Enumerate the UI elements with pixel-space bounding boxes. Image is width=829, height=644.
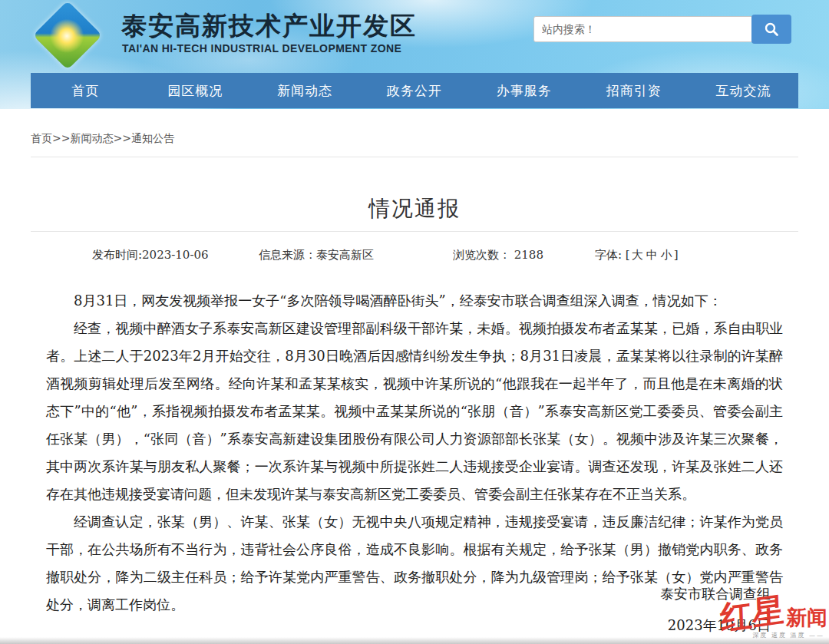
search-icon [764,21,779,37]
article-title: 情况通报 [0,194,829,223]
top-banner: 泰安高新技术产业开发区 TAI'AN HI-TECH INDUSTRIAL DE… [0,0,829,109]
divider-under-breadcrumb [31,157,798,157]
article-meta: 发布时间:2023-10-06 信息来源：泰安高新区 浏览次数： 2188 字体… [0,248,829,266]
bottom-shadow [0,637,829,644]
info-source-value: 泰安高新区 [316,248,374,262]
nav-item-overview[interactable]: 园区概况 [140,73,250,108]
font-size-large[interactable]: 大 [630,248,645,262]
view-count-label: 浏览次数： [453,248,510,262]
breadcrumb-separator: >> [113,132,130,144]
search-input[interactable] [534,17,751,41]
info-source-label: 信息来源： [259,248,316,262]
nav-item-services[interactable]: 办事服务 [469,73,579,108]
font-size-bracket: [ [626,248,630,262]
font-size-medium[interactable]: 中 [645,248,659,262]
nav-item-gov-info[interactable]: 政务公开 [360,73,470,108]
info-source: 信息来源：泰安高新区 [259,248,374,263]
font-size-control: 字体: [大中小] [595,248,679,263]
breadcrumb-home[interactable]: 首页 [31,132,52,144]
breadcrumb: 首页>>新闻动态>>通知公告 [31,132,174,146]
breadcrumb-separator: >> [52,132,70,144]
view-count-value: 2188 [514,248,543,262]
article-date: 2023年10月6日 [668,616,771,635]
nav-item-interact[interactable]: 互动交流 [689,73,798,108]
watermark-brand-block: 新闻 [786,607,827,630]
paragraph: 8月31日，网友发视频举报一女子“多次陪领导喝酒醉卧街头”，经泰安市联合调查组深… [46,287,783,315]
publish-time-value: 2023-10-06 [142,248,208,262]
search-button[interactable] [751,15,791,44]
site-title: 泰安高新技术产业开发区 [121,9,417,44]
article-body: 8月31日，网友发视频举报一女子“多次陪领导喝酒醉卧街头”，经泰安市联合调查组深… [46,287,783,619]
site-logo[interactable] [32,3,103,69]
font-size-bracket: ] [674,248,679,262]
publish-time: 发布时间:2023-10-06 [92,248,209,263]
article-signature: 泰安市联合调查组 [660,585,771,603]
nav-item-investment[interactable]: 招商引资 [579,73,689,108]
publish-time-label: 发布时间: [92,248,142,262]
breadcrumb-notices[interactable]: 通知公告 [131,132,174,144]
main-nav: 首页 园区概况 新闻动态 政务公开 办事服务 招商引资 互动交流 [31,73,798,108]
font-size-small[interactable]: 小 [659,248,674,262]
divider-under-title [31,231,798,232]
view-count: 浏览次数： 2188 [453,248,543,263]
nav-item-news[interactable]: 新闻动态 [250,73,360,108]
logo-diamond-icon [33,1,103,71]
paragraph: 经查，视频中醉酒女子系泰安高新区建设管理部副科级干部许某，未婚。视频拍摄发布者孟… [46,315,783,508]
font-size-label: 字体: [595,248,622,262]
site-search [533,16,752,42]
site-subtitle: TAI'AN HI-TECH INDUSTRIAL DEVELOPMENT ZO… [122,42,401,54]
nav-item-home[interactable]: 首页 [31,73,140,108]
breadcrumb-news[interactable]: 新闻动态 [70,132,113,144]
